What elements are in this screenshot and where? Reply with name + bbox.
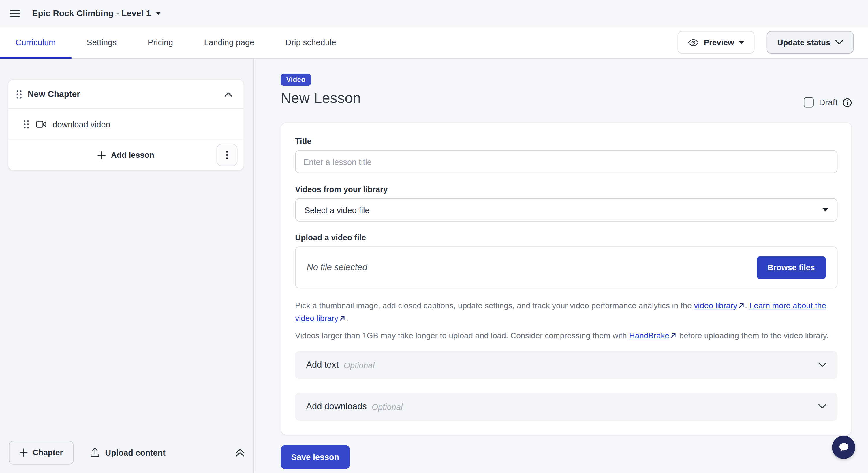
video-library-link[interactable]: video library bbox=[694, 301, 737, 310]
add-chapter-button[interactable]: Chapter bbox=[9, 440, 73, 464]
lesson-page-title: New Lesson bbox=[281, 90, 361, 107]
video-library-help-text: Pick a thumbnail image, add closed capti… bbox=[295, 299, 837, 325]
add-lesson-label: Add lesson bbox=[111, 151, 154, 159]
help-text: Videos larger than 1GB may take longer t… bbox=[295, 331, 629, 340]
tab-settings[interactable]: Settings bbox=[71, 27, 132, 58]
chapter-footer: Add lesson bbox=[8, 140, 244, 170]
chat-bubble-icon bbox=[837, 442, 849, 453]
preview-button[interactable]: Preview bbox=[678, 31, 755, 54]
caret-down-icon bbox=[155, 11, 161, 15]
lesson-title-input[interactable] bbox=[295, 150, 837, 174]
caret-down-icon bbox=[823, 208, 828, 212]
help-text: . bbox=[346, 314, 348, 323]
drag-handle-icon[interactable] bbox=[23, 120, 29, 129]
sidebar-footer: Chapter Upload content bbox=[0, 440, 253, 473]
form-card-viewport: Title Videos from your library Select a … bbox=[281, 122, 852, 437]
lesson-editor: Video New Lesson Draft Title Videos f bbox=[254, 59, 868, 473]
video-camera-icon bbox=[36, 121, 46, 128]
no-file-text: No file selected bbox=[307, 262, 367, 273]
external-link-icon bbox=[738, 303, 744, 308]
upload-content-button[interactable]: Upload content bbox=[90, 447, 165, 458]
file-upload-box: No file selected Browse files bbox=[295, 246, 837, 288]
chapter-header[interactable]: New Chapter bbox=[8, 80, 244, 108]
tab-drip-schedule[interactable]: Drip schedule bbox=[270, 27, 352, 58]
collapse-all-icon[interactable] bbox=[235, 448, 245, 457]
chevron-down-icon bbox=[818, 404, 827, 409]
title-field-label: Title bbox=[295, 137, 837, 146]
video-library-select-value: Select a video file bbox=[305, 205, 370, 215]
help-text: . bbox=[745, 301, 749, 310]
help-text: before uploading them to the video libra… bbox=[677, 331, 829, 340]
chapter-options-button[interactable] bbox=[217, 144, 238, 166]
add-lesson-button[interactable]: Add lesson bbox=[98, 151, 154, 159]
add-downloads-expander[interactable]: Add downloads Optional bbox=[295, 392, 837, 420]
optional-label: Optional bbox=[372, 402, 403, 411]
main-footer: Save lesson bbox=[281, 445, 852, 469]
external-link-icon bbox=[339, 316, 345, 321]
caret-down-icon bbox=[739, 41, 744, 44]
tabbar: Curriculum Settings Pricing Landing page… bbox=[0, 27, 868, 59]
chapter-title: New Chapter bbox=[28, 89, 80, 99]
chapter-card: New Chapter download video bbox=[8, 79, 244, 171]
plus-icon bbox=[98, 151, 106, 159]
add-downloads-label: Add downloads bbox=[306, 402, 367, 412]
tab-curriculum[interactable]: Curriculum bbox=[0, 27, 71, 58]
topbar: Epic Rock Climbing - Level 1 bbox=[0, 0, 868, 27]
video-library-select[interactable]: Select a video file bbox=[295, 198, 837, 221]
add-text-expander[interactable]: Add text Optional bbox=[295, 351, 837, 379]
draft-label: Draft bbox=[819, 97, 837, 107]
eye-icon bbox=[688, 38, 699, 46]
plus-icon bbox=[19, 448, 28, 456]
tabbar-actions: Preview Update status bbox=[678, 31, 868, 54]
lesson-title: download video bbox=[53, 120, 110, 129]
upload-content-label: Upload content bbox=[105, 448, 165, 457]
optional-label: Optional bbox=[344, 360, 375, 370]
tab-pricing[interactable]: Pricing bbox=[132, 27, 189, 58]
external-link-icon bbox=[671, 333, 676, 338]
course-switcher[interactable]: Epic Rock Climbing - Level 1 bbox=[32, 8, 161, 19]
update-status-button-label: Update status bbox=[777, 38, 830, 47]
chevron-up-icon[interactable] bbox=[224, 92, 232, 97]
lesson-type-badge: Video bbox=[281, 73, 311, 86]
drag-handle-icon[interactable] bbox=[16, 89, 22, 99]
lesson-form-card: Title Videos from your library Select a … bbox=[281, 122, 852, 435]
browse-files-button[interactable]: Browse files bbox=[756, 256, 826, 279]
update-status-button[interactable]: Update status bbox=[767, 31, 854, 54]
library-field-label: Videos from your library bbox=[295, 185, 837, 194]
add-chapter-label: Chapter bbox=[33, 448, 63, 457]
course-title: Epic Rock Climbing - Level 1 bbox=[32, 8, 151, 19]
tabs-nav: Curriculum Settings Pricing Landing page… bbox=[0, 27, 351, 58]
handbrake-help-text: Videos larger than 1GB may take longer t… bbox=[295, 329, 837, 342]
draft-checkbox[interactable] bbox=[804, 97, 814, 107]
tab-landing-page[interactable]: Landing page bbox=[189, 27, 270, 58]
chevron-down-icon bbox=[835, 40, 843, 45]
content-body: New Chapter download video bbox=[0, 59, 868, 473]
save-lesson-button[interactable]: Save lesson bbox=[281, 445, 349, 469]
add-text-label: Add text bbox=[306, 360, 339, 370]
chevron-down-icon bbox=[818, 362, 827, 368]
draft-toggle-group: Draft bbox=[804, 97, 852, 107]
preview-button-label: Preview bbox=[704, 38, 734, 47]
lesson-header: Video New Lesson Draft bbox=[281, 73, 852, 107]
curriculum-sidebar: New Chapter download video bbox=[0, 59, 254, 473]
course-builder-app: Epic Rock Climbing - Level 1 Curriculum … bbox=[0, 0, 868, 473]
upload-icon bbox=[90, 447, 100, 458]
help-text: Pick a thumbnail image, add closed capti… bbox=[295, 301, 694, 310]
lesson-row[interactable]: download video bbox=[8, 109, 244, 139]
hamburger-menu-icon[interactable] bbox=[9, 7, 21, 19]
chat-widget-button[interactable] bbox=[832, 436, 855, 459]
handbrake-link[interactable]: HandBrake bbox=[629, 331, 669, 340]
info-icon[interactable] bbox=[843, 98, 852, 107]
upload-field-label: Upload a video file bbox=[295, 233, 837, 242]
lesson-header-left: Video New Lesson bbox=[281, 73, 361, 107]
